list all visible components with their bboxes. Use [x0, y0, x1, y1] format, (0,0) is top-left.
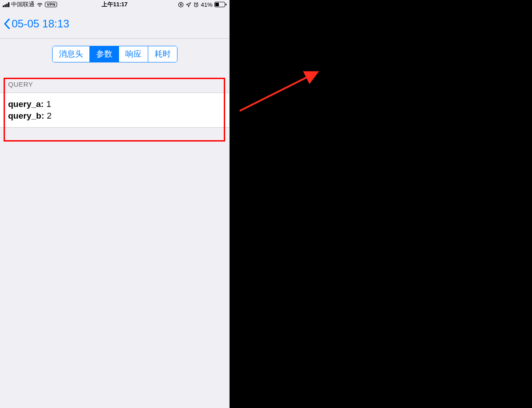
query-val: 1: [46, 98, 51, 110]
segmented-control: 消息头 参数 响应 耗时: [52, 46, 177, 62]
tab-params[interactable]: 参数: [90, 46, 119, 62]
query-list: query_a: 1 query_b: 2: [0, 93, 229, 127]
query-key: query_a:: [8, 98, 44, 110]
svg-line-3: [240, 73, 316, 111]
right-black-panel: [230, 0, 532, 408]
orientation-lock-icon: [178, 2, 184, 8]
nav-bar: 05-05 18:13: [0, 9, 229, 39]
arrow-annotation: [230, 0, 532, 408]
status-right: 41%: [178, 1, 226, 8]
battery-icon: [214, 2, 226, 7]
alarm-icon: [193, 2, 199, 8]
query-section: QUERY query_a: 1 query_b: 2: [0, 75, 229, 127]
status-time: 上午11:17: [102, 0, 127, 9]
tab-response[interactable]: 响应: [119, 46, 148, 62]
signal-icon: [3, 2, 9, 7]
query-val: 2: [47, 110, 52, 122]
back-button[interactable]: 05-05 18:13: [4, 18, 69, 30]
location-icon: [186, 2, 191, 8]
carrier-label: 中国联通: [11, 0, 35, 9]
query-row: query_b: 2: [8, 110, 221, 122]
section-header-query: QUERY: [0, 75, 229, 93]
tab-headers[interactable]: 消息头: [53, 46, 90, 62]
query-row: query_a: 1: [8, 98, 221, 110]
back-title: 05-05 18:13: [12, 18, 69, 30]
query-key: query_b:: [8, 110, 44, 122]
chevron-left-icon: [4, 18, 10, 29]
segmented-control-wrap: 消息头 参数 响应 耗时: [0, 39, 229, 71]
status-left: 中国联通 VPN: [3, 0, 57, 9]
phone-screen: 中国联通 VPN 上午11:17 41%: [0, 0, 230, 408]
wifi-icon: [36, 2, 43, 7]
tab-timing[interactable]: 耗时: [148, 46, 177, 62]
svg-rect-1: [180, 4, 182, 5]
vpn-badge: VPN: [45, 2, 57, 7]
battery-percent: 41%: [201, 1, 213, 8]
status-bar: 中国联通 VPN 上午11:17 41%: [0, 0, 229, 9]
